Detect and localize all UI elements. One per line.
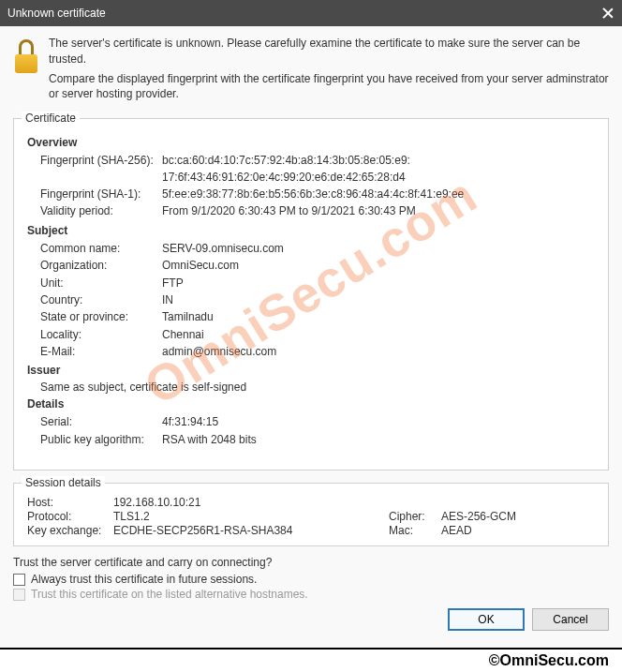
sha1-label: Fingerprint (SHA-1): [40,187,162,202]
always-trust-label: Always trust this certificate in future … [31,573,257,586]
locality-value: Chennai [162,327,600,343]
dialog-body: OmniSecu.com The server's certificate is… [0,26,622,648]
close-icon[interactable] [601,7,615,20]
certificate-group: Certificate Overview Fingerprint (SHA-25… [13,112,609,470]
issuer-note: Same as subject, certificate is self-sig… [40,381,600,394]
validity-value: From 9/1/2020 6:30:43 PM to 9/1/2021 6:3… [162,203,600,219]
cancel-button[interactable]: Cancel [532,608,609,631]
email-value: admin@omnisecu.com [162,344,600,360]
footer-attribution: ©OmniSecu.com [0,648,622,672]
alt-hostnames-label: Trust this certificate on the listed alt… [31,588,308,601]
window-title: Unknown certificate [7,7,106,20]
overview-heading: Overview [27,136,600,149]
sha256-value: bc:ca:60:d4:10:7c:57:92:4b:a8:14:3b:05:8… [162,153,600,186]
ok-button[interactable]: OK [448,608,525,631]
key-exchange-value: ECDHE-SECP256R1-RSA-SHA384 [113,524,389,537]
common-name-value: SERV-09.omnisecu.com [162,241,600,257]
session-legend: Session details [22,476,105,489]
serial-label: Serial: [40,414,162,430]
serial-value: 4f:31:94:15 [162,414,600,430]
pubkey-value: RSA with 2048 bits [162,432,600,448]
button-row: OK Cancel [13,608,609,631]
sha256-label: Fingerprint (SHA-256): [40,153,162,169]
mac-value: AEAD [441,524,472,537]
locality-label: Locality: [40,327,162,343]
details-heading: Details [27,397,600,411]
trust-question: Trust the server certificate and carry o… [13,556,609,569]
intro-line1: The server's certificate is unknown. Ple… [49,36,609,67]
protocol-value: TLS1.2 [113,510,389,523]
unit-label: Unit: [40,276,162,291]
cipher-value: AES-256-GCM [441,510,516,523]
state-label: State or province: [40,309,162,325]
cipher-label: Cipher: [389,510,441,523]
country-value: IN [162,292,600,308]
country-label: Country: [40,292,162,308]
intro-line2: Compare the displayed fingerprint with t… [49,71,609,103]
host-label: Host: [27,496,113,509]
pubkey-label: Public key algorithm: [40,432,162,448]
validity-label: Validity period: [40,203,162,219]
checkbox-icon [13,589,25,601]
organization-value: OmniSecu.com [162,258,600,274]
issuer-heading: Issuer [27,364,600,377]
sha1-value: 5f:ee:e9:38:77:8b:6e:b5:56:6b:3e:c8:96:4… [162,187,600,202]
checkbox-icon[interactable] [13,574,25,586]
key-exchange-label: Key exchange: [27,524,113,537]
lock-icon [13,39,39,73]
subject-heading: Subject [27,224,600,237]
session-section: Session details Host: 192.168.10.10:21 P… [13,476,609,546]
intro-text: The server's certificate is unknown. Ple… [49,36,609,106]
alt-hostnames-row: Trust this certificate on the listed alt… [13,588,609,601]
state-value: Tamilnadu [162,309,600,325]
unit-value: FTP [162,276,600,291]
certificate-scroll[interactable]: Overview Fingerprint (SHA-256): bc:ca:60… [14,128,608,468]
mac-label: Mac: [389,524,441,537]
email-label: E-Mail: [40,344,162,360]
organization-label: Organization: [40,258,162,274]
protocol-label: Protocol: [27,510,113,523]
always-trust-row[interactable]: Always trust this certificate in future … [13,573,609,586]
intro-section: The server's certificate is unknown. Ple… [13,36,609,106]
certificate-legend: Certificate [22,112,80,125]
host-value: 192.168.10.10:21 [113,496,595,509]
common-name-label: Common name: [40,241,162,257]
titlebar: Unknown certificate [0,0,622,26]
trust-block: Trust the server certificate and carry o… [13,556,609,601]
